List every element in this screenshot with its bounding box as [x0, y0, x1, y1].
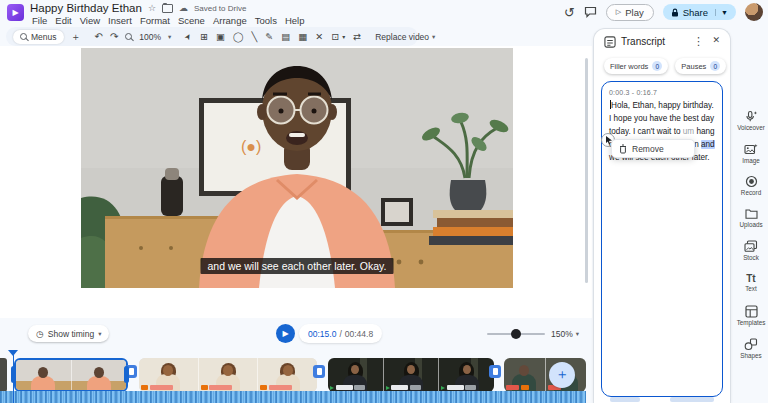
- menu-item[interactable]: Format: [136, 15, 174, 26]
- remove-popup[interactable]: Remove: [611, 139, 695, 158]
- clip-thumbnail: [16, 360, 72, 390]
- transcript-panel-header: Transcript ⋮ ✕: [594, 29, 730, 55]
- rail-item-shapes[interactable]: Shapes: [734, 338, 768, 366]
- timeline-zoom-value: 150%: [551, 329, 573, 339]
- line-tool-icon[interactable]: ╲: [252, 32, 258, 42]
- play-button[interactable]: ▷ Play: [606, 4, 654, 21]
- chip-label: Pauses: [681, 62, 706, 71]
- timeline-play-button[interactable]: ▶: [276, 324, 295, 343]
- menu-item[interactable]: Scene: [174, 15, 209, 26]
- rail-item-image[interactable]: Image: [734, 143, 768, 171]
- clip-thumbnail: [72, 360, 127, 390]
- chip-count-badge: 0: [652, 61, 662, 71]
- timeline-zoom-level[interactable]: 150% ▾: [551, 329, 579, 339]
- select-tool-icon[interactable]: ➤: [184, 32, 194, 42]
- menu-item[interactable]: Arrange: [209, 15, 251, 26]
- menu-item[interactable]: File: [28, 15, 51, 26]
- video-caption[interactable]: and we will see each other later. Okay.: [201, 258, 394, 274]
- text-box-tool-icon[interactable]: ⊞: [200, 32, 208, 42]
- video-preview[interactable]: (●): [81, 48, 513, 288]
- add-clip-button[interactable]: ＋: [549, 362, 575, 388]
- undo-icon[interactable]: ↶: [95, 32, 103, 42]
- cloud-save-icon: ☁: [179, 4, 188, 13]
- timeline-clip-partial-left[interactable]: [0, 358, 7, 392]
- crop-tool-icon[interactable]: ⊡: [331, 32, 339, 42]
- menu-item[interactable]: Tools: [251, 15, 281, 26]
- transcript-panel: Transcript ⋮ ✕ Filler words 0 Pauses 0 0…: [593, 28, 731, 403]
- saved-status: Saved to Drive: [194, 4, 246, 13]
- menu-item[interactable]: Insert: [104, 15, 136, 26]
- menu-item[interactable]: View: [76, 15, 104, 26]
- version-history-icon[interactable]: ↺: [564, 6, 575, 19]
- timeline-clip-1-selected[interactable]: [14, 358, 128, 392]
- rail-item-record[interactable]: Record: [734, 175, 768, 203]
- transcript-segment[interactable]: um: [683, 127, 694, 136]
- comment-icon[interactable]: [584, 6, 597, 18]
- rail-item-stock[interactable]: Stock: [734, 240, 768, 268]
- video-frame-illustration: (●): [81, 48, 513, 288]
- zoom-tool-icon[interactable]: [125, 33, 132, 40]
- app-window: ▶ Happy Birthday Ethan ☆ ☁ Saved to Driv…: [0, 0, 768, 403]
- close-panel-icon[interactable]: ✕: [712, 35, 720, 45]
- star-icon[interactable]: ☆: [148, 4, 156, 13]
- canvas-scrollbar[interactable]: [585, 58, 588, 283]
- text-icon: Tt: [746, 273, 755, 284]
- share-button[interactable]: Share ▼: [663, 4, 736, 20]
- timeline-zoom-slider-knob[interactable]: [511, 329, 521, 339]
- replace-video-label: Replace video: [375, 32, 429, 42]
- show-timing-button[interactable]: ◷ Show timing ▾: [28, 325, 109, 342]
- menu-item[interactable]: Help: [281, 15, 309, 26]
- replace-background-tool-icon[interactable]: ⇄: [353, 32, 361, 42]
- lock-icon: [671, 8, 679, 17]
- rail-item-text[interactable]: Tt Text: [734, 273, 768, 301]
- timeline-zoom-caret-icon: ▾: [576, 330, 579, 338]
- transcript-time-range: 0:00.3 - 0:16.7: [609, 89, 715, 96]
- move-folder-icon[interactable]: [162, 4, 173, 13]
- audio-track[interactable]: [0, 391, 586, 403]
- shapes-icon: [744, 338, 758, 351]
- image-tool-icon[interactable]: ▣: [216, 32, 225, 42]
- transcript-segment[interactable]: and: [701, 140, 715, 149]
- title-row: Happy Birthday Ethan ☆ ☁ Saved to Drive: [30, 2, 246, 14]
- transition-button[interactable]: [313, 365, 325, 378]
- pen-tool-icon[interactable]: ✎: [265, 32, 273, 42]
- timing-icon: ◷: [36, 329, 44, 339]
- rail-item-uploads[interactable]: Uploads: [734, 208, 768, 236]
- filter-chip[interactable]: Filler words 0: [604, 58, 668, 74]
- transition-button[interactable]: [489, 365, 501, 378]
- zoom-caret-icon[interactable]: ▾: [168, 33, 171, 41]
- menu-item[interactable]: Edit: [51, 15, 75, 26]
- image-sparkle-icon: [744, 143, 758, 156]
- menus-search-button[interactable]: Menus: [13, 30, 64, 44]
- vids-logo-icon[interactable]: ▶: [7, 4, 24, 21]
- more-options-icon[interactable]: ⋮: [693, 35, 704, 48]
- cutoff-footer-right: [670, 397, 714, 402]
- clear-format-tool-icon[interactable]: ✕: [315, 32, 323, 42]
- play-button-label: Play: [625, 7, 643, 18]
- clip-trim-handle-right[interactable]: [124, 366, 129, 383]
- timeline-clip-3[interactable]: [328, 358, 494, 392]
- crop-caret-icon[interactable]: ▾: [342, 34, 345, 40]
- captions-tool-icon[interactable]: ▤: [281, 32, 290, 42]
- account-avatar[interactable]: [745, 3, 763, 21]
- rail-label: Templates: [737, 319, 766, 326]
- share-caret-icon[interactable]: ▼: [715, 9, 728, 16]
- search-icon: [20, 33, 27, 40]
- table-tool-icon[interactable]: ▦: [298, 32, 307, 42]
- clip-thumbnail: [439, 358, 494, 392]
- redo-icon[interactable]: ↷: [110, 32, 118, 42]
- rail-item-templates[interactable]: Templates: [734, 305, 768, 333]
- zoom-value[interactable]: 100%: [139, 32, 161, 42]
- filter-chip[interactable]: Pauses 0: [675, 58, 726, 74]
- transcript-title: Transcript: [621, 36, 665, 47]
- add-scene-icon[interactable]: ＋: [71, 32, 81, 42]
- current-time: 00:15.0: [308, 329, 336, 339]
- document-title[interactable]: Happy Birthday Ethan: [30, 2, 142, 14]
- rail-item-voiceover[interactable]: Voiceover: [734, 110, 768, 138]
- clip-thumbnail: [139, 358, 199, 392]
- transcript-text-box[interactable]: 0:00.3 - 0:16.7 Hola, Ethan, happy birth…: [601, 81, 723, 397]
- time-display: 00:15.0 / 00:44.8: [299, 324, 382, 343]
- shape-tool-icon[interactable]: ◯: [233, 32, 244, 42]
- replace-video-button[interactable]: Replace video ▾: [375, 32, 435, 42]
- timeline-clip-2[interactable]: [139, 358, 317, 392]
